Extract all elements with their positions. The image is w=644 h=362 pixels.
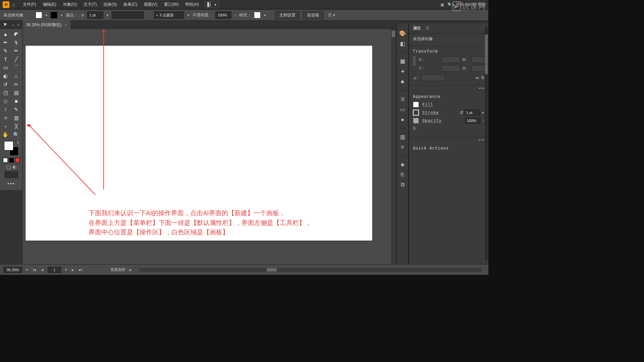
brush-def-input[interactable]: • 3 点圆形 [154, 11, 184, 19]
zoom-dropdown[interactable]: ▾ [25, 268, 29, 272]
h-scroll-thumb[interactable] [267, 268, 277, 272]
stroke-swatch[interactable] [51, 12, 57, 18]
tool-4[interactable]: ✎ [1, 47, 10, 55]
stroke-unit-dropdown[interactable]: ▾ [106, 13, 109, 17]
draw-behind-icon[interactable]: ◐ [13, 165, 16, 169]
last-artboard-icon[interactable]: ▸I [78, 267, 83, 272]
tool-24[interactable]: ✋ [1, 131, 10, 138]
color-proxy[interactable]: ⤭ [4, 141, 19, 156]
tool-10[interactable]: ◐ [1, 72, 10, 80]
opacity-swatch-prop[interactable] [413, 118, 419, 124]
opacity-input[interactable] [215, 11, 231, 19]
close-tab-icon[interactable]: × [65, 23, 67, 27]
tool-12[interactable]: ↺ [1, 80, 10, 88]
tool-21[interactable]: ▥ [12, 114, 21, 122]
transform-more-icon[interactable]: ••• [409, 85, 488, 92]
panel-icon-6[interactable]: ▭ [400, 106, 405, 113]
vertical-scrollbar[interactable] [391, 29, 396, 264]
brush-dropdown[interactable]: ▾ [187, 13, 190, 17]
panel-icon-5[interactable]: ≣ [400, 96, 405, 102]
edit-toolbar-icon[interactable]: ••• [7, 181, 15, 187]
tool-25[interactable]: 🔍 [12, 131, 21, 138]
flip-h-icon[interactable]: ⇋ [476, 75, 479, 80]
menu-view[interactable]: 视图(V) [141, 0, 161, 9]
zoom-input[interactable] [3, 267, 22, 273]
stroke-swatch-prop[interactable] [413, 110, 419, 116]
menu-edit[interactable]: 编辑(E) [40, 0, 60, 9]
color-mode-none[interactable] [15, 158, 20, 163]
panel-icon-2[interactable]: ▦ [400, 58, 405, 64]
screen-mode-button[interactable] [5, 171, 18, 178]
tool-18[interactable]: / [1, 106, 10, 113]
tool-15[interactable]: ▤ [12, 89, 21, 97]
angle-input[interactable] [421, 74, 445, 81]
tool-11[interactable]: ⌂ [12, 72, 21, 80]
panel-icon-11[interactable]: ⎘ [401, 172, 404, 178]
tool-22[interactable]: ⍀ [1, 122, 10, 130]
var-width-profile[interactable] [112, 11, 144, 19]
menu-effect[interactable]: 效果(C) [120, 0, 141, 9]
stroke-val-dropdown[interactable]: ▾ [481, 111, 484, 115]
panel-icon-0[interactable]: 🎨 [399, 30, 406, 37]
panel-icon-1[interactable]: ◧ [400, 41, 405, 47]
tool-5[interactable]: ✏ [12, 47, 21, 55]
color-mode-solid[interactable] [3, 158, 8, 163]
artboard-dropdown[interactable]: ▾ [64, 268, 67, 272]
tool-0[interactable]: ▲ [1, 30, 10, 38]
x-input[interactable] [442, 56, 461, 63]
menu-window[interactable]: 窗口(W) [161, 0, 182, 9]
tool-19[interactable]: ✎ [12, 106, 21, 113]
menu-help[interactable]: 帮助(H) [182, 0, 202, 9]
stroke-stepper[interactable]: ⇵ [460, 110, 463, 115]
artboard-number-input[interactable] [48, 267, 61, 273]
menu-type[interactable]: 文字(T) [80, 0, 100, 9]
panel-icon-9[interactable]: ≡ [401, 144, 404, 150]
document-tab[interactable]: 36.26% (RGB/预览) × [23, 20, 70, 29]
preferences-button[interactable]: 首选项 [303, 11, 323, 19]
first-artboard-icon[interactable]: I◂ [32, 267, 37, 272]
properties-scroll-thumb[interactable] [485, 34, 488, 74]
tab-collapse-icon[interactable]: « × [12, 23, 19, 27]
scrollbar-thumb[interactable] [392, 31, 395, 37]
tab-libraries[interactable]: 库 [426, 25, 430, 31]
fill-swatch[interactable] [36, 12, 42, 18]
y-input[interactable] [442, 65, 461, 72]
properties-scrollbar[interactable] [485, 27, 488, 261]
fx-row[interactable]: fx. [413, 126, 484, 131]
home-icon[interactable]: ⌂ [12, 2, 15, 7]
opacity-val-dropdown[interactable]: › [482, 119, 484, 123]
stroke-stepper-icon[interactable]: ⇵ [80, 13, 85, 17]
tab-properties[interactable]: 属性 [413, 25, 421, 31]
prev-artboard-icon[interactable]: ◂ [40, 267, 44, 272]
status-play-icon[interactable]: ▸ [128, 267, 132, 272]
swap-colors-icon[interactable]: ⤭ [16, 140, 19, 145]
tool-7[interactable]: ╱ [12, 55, 21, 63]
horizontal-scrollbar[interactable] [139, 268, 482, 272]
panel-icon-7[interactable]: ● [401, 117, 404, 123]
opacity-dropdown[interactable]: › [234, 13, 236, 17]
tool-17[interactable]: ■ [12, 97, 21, 105]
tool-1[interactable]: ◤ [12, 30, 21, 38]
tool-16[interactable]: ◇ [1, 97, 10, 105]
style-swatch[interactable] [254, 12, 261, 18]
reference-point-grid[interactable] [413, 56, 416, 66]
panel-icon-3[interactable]: ✦ [400, 68, 405, 75]
canvas-area[interactable]: 下面我们来认识一下AI的操作界面，点击AI界面的【新建】一个画板， 在界面上方是… [23, 29, 396, 264]
color-mode-gradient[interactable] [9, 158, 14, 163]
style-dropdown[interactable]: ▾ [263, 13, 266, 17]
arrange-docs-icon[interactable]: ▣ [440, 2, 444, 7]
menu-select[interactable]: 选择(S) [100, 0, 120, 9]
next-artboard-icon[interactable]: ▸ [71, 267, 75, 272]
draw-normal-icon[interactable]: ◯ [6, 165, 11, 169]
tool-20[interactable]: ⌗ [1, 114, 10, 122]
panel-icon-12[interactable]: ⧉ [401, 182, 405, 188]
tool-13[interactable]: ✂ [12, 80, 21, 88]
tool-23[interactable]: ╳ [12, 122, 21, 130]
menu-file[interactable]: 文件(F) [19, 0, 39, 9]
tool-9[interactable]: ⌒ [12, 64, 21, 71]
layout-switcher[interactable]: ▋▏ ▾ [205, 1, 219, 8]
panel-icon-8[interactable]: ▥ [400, 134, 405, 140]
menu-object[interactable]: 对象(O) [60, 0, 80, 9]
panel-icon-4[interactable]: ♣ [401, 79, 405, 85]
flip-v-icon[interactable]: ⇅ [481, 75, 484, 80]
